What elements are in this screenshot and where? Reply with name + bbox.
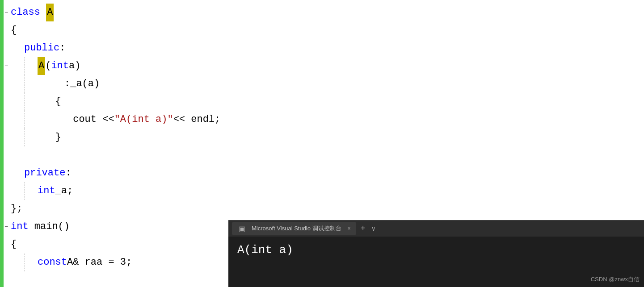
line-12: }; (4, 200, 227, 218)
param-type-int: int (51, 57, 69, 75)
terminal-output: A(int a) (237, 243, 293, 257)
open-brace-main: { (11, 236, 17, 254)
member-var: _a; (55, 182, 73, 200)
keyword-private: private (24, 164, 65, 182)
cout-text: cout << (38, 111, 114, 129)
line-13: − int main() (4, 218, 227, 236)
open-brace-constructor: { (38, 93, 61, 111)
watermark-text: CSDN @znwx自信 (591, 276, 640, 283)
indent-6b (24, 93, 38, 111)
keyword-class: class (11, 4, 40, 21)
line-10: private: (4, 164, 227, 182)
indent-11a (11, 182, 24, 200)
indent-8a (11, 129, 24, 146)
line-16 (4, 271, 227, 287)
open-brace: { (11, 21, 17, 39)
string-literal: "A(int a)" (114, 111, 173, 129)
terminal-add-button[interactable]: + (358, 224, 368, 233)
int-keyword-main: int (11, 218, 29, 236)
indent-7b (24, 111, 38, 129)
terminal-tab-icon: ▣ (237, 224, 246, 233)
keyword-public: public (24, 39, 59, 57)
line-3: public: (4, 39, 227, 57)
line-7: cout << "A(int a)" << endl; (4, 111, 227, 129)
colon-private: : (65, 164, 71, 182)
line-9 (4, 146, 227, 164)
indent-11b (24, 182, 38, 200)
line-4: − A(int a) (4, 57, 227, 75)
terminal-chevron[interactable]: ∨ (370, 225, 377, 233)
keyword-const: const (38, 254, 67, 271)
terminal-overlay: ▣ Microsoft Visual Studio 调试控制台 × + ∨ A(… (228, 220, 644, 287)
colon-public: : (59, 39, 65, 57)
code-editor: − class A { public: − A(int a) :_a(a) (0, 0, 644, 287)
param-name: a) (69, 57, 80, 75)
line-2: { (4, 21, 227, 39)
class-name-A: A (46, 4, 54, 21)
indent-15b (24, 254, 38, 271)
line-6: { (4, 93, 227, 111)
terminal-body: A(int a) (228, 237, 644, 263)
indent-line-3 (11, 39, 24, 57)
code-content: − class A { public: − A(int a) :_a(a) (4, 0, 227, 287)
indent-8b (24, 129, 38, 146)
line-15: const A& raa = 3; (4, 254, 227, 271)
initializer-text: :_a(a) (64, 75, 100, 93)
indent-5a (11, 75, 24, 93)
line-14: { (4, 236, 227, 254)
indent-15a (11, 254, 24, 271)
constructor-sig: ( (45, 57, 51, 75)
indent-line-4b (24, 57, 38, 75)
int-keyword-member: int (38, 182, 55, 200)
terminal-tab-bar: ▣ Microsoft Visual Studio 调试控制台 × + ∨ (228, 220, 644, 237)
main-func: main() (34, 218, 70, 236)
line-1: − class A (4, 4, 227, 21)
line-11: int _a; (4, 182, 227, 200)
collapse-icon-13[interactable]: − (4, 218, 8, 236)
watermark: CSDN @znwx自信 (591, 275, 640, 283)
indent-10a (11, 164, 24, 182)
const-decl: A& raa = 3; (67, 254, 132, 271)
endl-text: << endl; (173, 111, 221, 129)
close-class-brace: }; (11, 200, 22, 218)
indent-5b (24, 75, 38, 93)
collapse-icon-4[interactable]: − (4, 57, 8, 75)
indent-6a (11, 93, 24, 111)
terminal-tab-close[interactable]: × (348, 225, 351, 232)
line-5: :_a(a) (4, 75, 227, 93)
indent-line-4a (11, 57, 24, 75)
indent-7a (11, 111, 24, 129)
constructor-name: A (38, 57, 45, 75)
terminal-tab[interactable]: ▣ Microsoft Visual Studio 调试控制台 × (232, 222, 356, 235)
line-8: } (4, 129, 227, 146)
left-bar (0, 0, 4, 287)
terminal-tab-label: Microsoft Visual Studio 调试控制台 (252, 225, 341, 233)
collapse-icon-1[interactable]: − (4, 4, 8, 21)
close-brace-constructor: } (38, 129, 61, 146)
